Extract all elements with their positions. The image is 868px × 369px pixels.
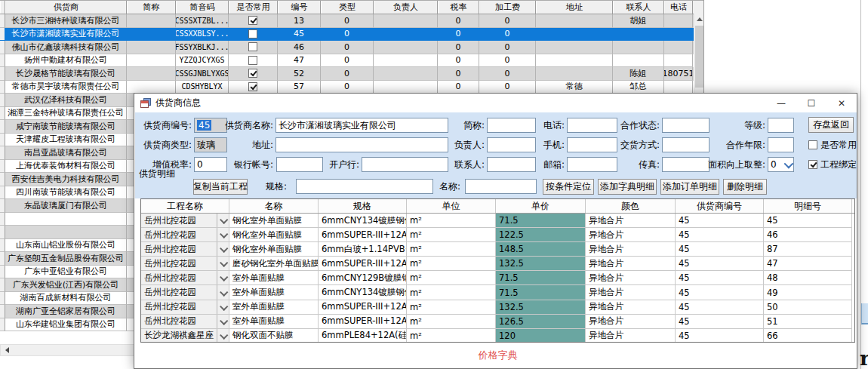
- scrollbar-thumb[interactable]: [695, 26, 703, 88]
- scroll-left-icon[interactable]: [5, 347, 9, 353]
- chevron-down-icon[interactable]: [217, 257, 229, 270]
- cell-rowhead: [0, 278, 5, 292]
- binding-checkbox[interactable]: 工程绑定: [808, 157, 857, 172]
- minimize-button[interactable]: —: [766, 94, 796, 112]
- detail-row[interactable]: 岳州北控花园钢化室外单面贴膜6mmCNY134镀膜钢化m²71.5异地合片454…: [141, 214, 854, 228]
- checkbox-icon[interactable]: [248, 29, 257, 38]
- checkbox-checked-icon[interactable]: [808, 160, 817, 169]
- area-round-up-combo[interactable]: 0: [768, 157, 794, 172]
- column-header[interactable]: 简称: [127, 1, 176, 14]
- checkbox-icon[interactable]: [248, 56, 257, 65]
- chevron-down-icon[interactable]: [217, 300, 229, 314]
- chevron-down-icon[interactable]: [217, 329, 229, 343]
- column-header[interactable]: 供货商: [5, 1, 127, 14]
- column-header[interactable]: 地址: [536, 1, 613, 14]
- spec-filter-input[interactable]: [296, 179, 433, 194]
- grade-field[interactable]: [768, 118, 794, 133]
- detail-section-label: 供货明细: [139, 168, 175, 180]
- column-header[interactable]: 负责人: [374, 1, 438, 14]
- chevron-down-icon[interactable]: [217, 214, 229, 227]
- chevron-down-icon[interactable]: [217, 315, 229, 328]
- checkbox-checked-icon[interactable]: [248, 69, 257, 78]
- add-order-detail-button[interactable]: 添加订单明细: [660, 179, 719, 195]
- dialog-titlebar[interactable]: 供货商信息 — ☐ ✕: [134, 94, 857, 112]
- supplier-row[interactable]: 长沙市潇湘玻璃实业有限公司CSSXXBLSY...45000: [0, 28, 703, 42]
- delete-detail-button[interactable]: 删除明细: [723, 179, 767, 195]
- copy-project-button[interactable]: 复制当前工程: [193, 179, 248, 195]
- chevron-down-icon[interactable]: [217, 242, 229, 256]
- maximize-button[interactable]: ☐: [796, 94, 826, 112]
- chevron-down-icon[interactable]: [217, 271, 229, 284]
- bank-account-field[interactable]: [276, 157, 323, 172]
- mobile-field[interactable]: [567, 137, 617, 152]
- cell-phone: [664, 28, 693, 42]
- supplier-row[interactable]: 扬州中勤建材有限公司YZZQJCYXGS47000: [0, 54, 703, 68]
- project-combo-cell[interactable]: 岳州北控花园: [141, 228, 229, 242]
- cell-addr: 常德: [536, 81, 613, 94]
- supplier-row[interactable]: 长沙晟格节能玻璃有限公司CSSGJNBLYXGS52000陈姐180751: [0, 67, 703, 81]
- cell-contact: [613, 28, 664, 42]
- detail-row[interactable]: 岳州北控花园磨砂钢化室外单面贴膜6mmSUPER-III+12A(硅...m²1…: [141, 257, 854, 271]
- supplier-row[interactable]: 佛山市亿鑫玻璃科技有限公司FSSYXBLKJ...46000: [0, 41, 703, 54]
- cell-name: 室外单面贴膜: [229, 285, 319, 300]
- supplier-row[interactable]: 长沙市三湘特种玻璃有限公司CSSSXTZBL...13000胡姐: [0, 14, 703, 28]
- bank-branch-label: 开户行:: [325, 157, 359, 172]
- cell-name: 湘潭三金特种玻璃有限责任公司: [5, 107, 127, 121]
- phone-field[interactable]: [567, 118, 617, 133]
- email-field[interactable]: [567, 157, 617, 172]
- column-header[interactable]: 税率: [438, 1, 479, 14]
- detail-row[interactable]: 岳州北控花园室外单面贴膜6mmSUPER-III+12A(硅...m²132.5…: [141, 300, 854, 315]
- column-header[interactable]: 是否常用: [229, 1, 278, 14]
- close-button[interactable]: ✕: [826, 94, 857, 112]
- name-filter-input[interactable]: [465, 179, 537, 194]
- checkbox-checked-icon[interactable]: [248, 16, 257, 25]
- project-combo-cell[interactable]: 岳州北控花园: [141, 315, 229, 329]
- cell-fee: 0: [479, 14, 536, 28]
- project-combo-cell[interactable]: 岳州北控花园: [141, 242, 229, 257]
- chevron-down-icon[interactable]: [217, 228, 229, 241]
- cell-contact: 邹总: [613, 81, 664, 94]
- project-combo-cell[interactable]: 岳州北控花园: [141, 285, 229, 300]
- detail-column-header[interactable]: 明细号: [764, 199, 852, 213]
- project-combo-cell[interactable]: 岳州北控花园: [141, 300, 229, 315]
- column-header[interactable]: 类型: [321, 1, 374, 14]
- detail-row[interactable]: 岳州北控花园室外单面贴膜6mmCNY129B镀膜钢化m²71.5异地合片4548: [141, 271, 854, 285]
- detail-column-header[interactable]: 名称: [229, 199, 319, 213]
- detail-column-header[interactable]: 颜色: [586, 199, 676, 213]
- supplier-name-field[interactable]: 长沙市潇湘玻璃实业有限公司: [275, 118, 448, 133]
- column-header[interactable]: 简音码: [176, 1, 229, 14]
- column-header[interactable]: 加工费: [479, 1, 536, 14]
- project-combo-cell[interactable]: 岳州北控花园: [141, 257, 229, 271]
- add-dictionary-detail-button[interactable]: 添加字典明细: [598, 179, 657, 195]
- detail-column-header[interactable]: 单位: [407, 199, 496, 213]
- checkbox-checked-icon[interactable]: [248, 82, 257, 91]
- detail-row[interactable]: 岳州北控花园室外单面贴膜6mmCNY134镀膜钢化m²71.5异地合片4549: [141, 285, 854, 300]
- detail-row[interactable]: 岳州北控花园钢化室外单面贴膜6mm白玻+1.14PVB+6mm...m²148.…: [141, 242, 854, 257]
- common-checkbox[interactable]: 是否常用: [808, 137, 857, 152]
- cell-name: 钢化室外单面贴膜: [229, 214, 319, 228]
- detail-row[interactable]: 长沙龙湖祺鑫星座钢化双面不贴膜6mmPLE84+12A(硅酮胶...m²120异…: [141, 329, 854, 343]
- detail-row[interactable]: 岳州北控花园室外单面贴膜6mmSUPER-III+12A(硅...m²126.5…: [141, 315, 854, 329]
- cell-spec: 6mmCNY134镀膜钢化: [319, 285, 407, 300]
- detail-column-header[interactable]: 单价: [496, 199, 586, 213]
- chevron-down-icon[interactable]: [217, 285, 229, 299]
- column-header[interactable]: 编号: [278, 1, 321, 14]
- supplier-row[interactable]: 常德市昊宇玻璃有限责任公司CDSHYBLYX57000常德邹总: [0, 81, 703, 94]
- column-header[interactable]: 联系人: [613, 1, 664, 14]
- detail-column-header[interactable]: 规格: [319, 199, 407, 213]
- detail-column-header[interactable]: 供货商编号: [676, 199, 764, 213]
- supplier-name-label: 供货商名称:: [216, 118, 273, 133]
- coop-years-field[interactable]: [768, 137, 794, 152]
- address-field[interactable]: [275, 137, 448, 152]
- project-combo-cell[interactable]: 岳州北控花园: [141, 214, 229, 228]
- project-combo-cell[interactable]: 长沙龙湖祺鑫星座: [141, 329, 229, 343]
- locate-by-condition-button[interactable]: 按条件定位: [543, 179, 594, 195]
- detail-column-header[interactable]: 工程名称: [141, 199, 229, 213]
- cell-supplier-id: 45: [676, 242, 764, 257]
- column-header[interactable]: 电话: [664, 1, 693, 14]
- project-combo-cell[interactable]: 岳州北控花园: [141, 271, 229, 285]
- detail-row[interactable]: 岳州北控花园钢化室外单面贴膜6mmSUPER-III+12A(硅...m²122…: [141, 228, 854, 242]
- checkbox-icon[interactable]: [248, 42, 257, 51]
- checkbox-icon[interactable]: [808, 140, 817, 149]
- save-return-button[interactable]: 存盘返回: [808, 117, 854, 133]
